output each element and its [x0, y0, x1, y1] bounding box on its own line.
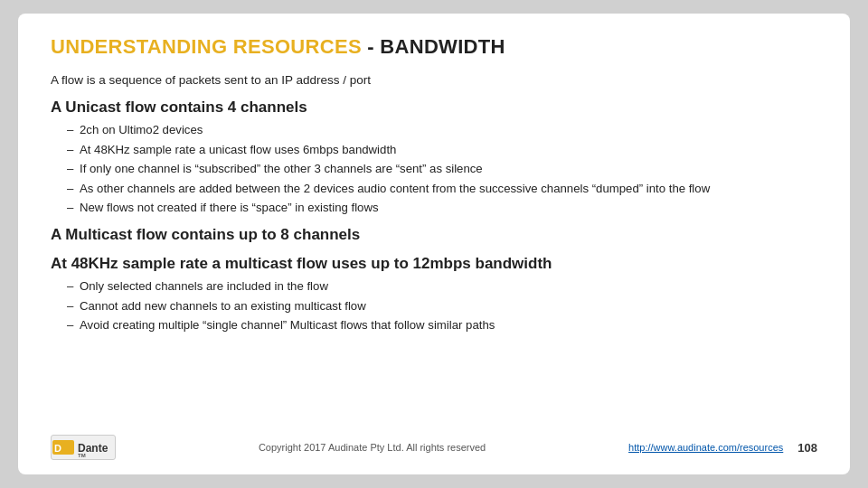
slide-footer: D Dante TM Copyright 2017 Audinate Pty L… [51, 429, 817, 460]
title-separator: - [362, 35, 380, 58]
logo-area: D Dante TM [51, 435, 116, 460]
dante-logo: D Dante TM [51, 435, 116, 460]
list-item: As other channels are added between the … [67, 180, 817, 198]
footer-right: http://www.audinate.com/resources 108 [628, 441, 817, 455]
multicast-bandwidth-heading: At 48KHz sample rate a multicast flow us… [51, 252, 817, 276]
copyright-text: Copyright 2017 Audinate Pty Ltd. All rig… [259, 442, 486, 453]
resources-link[interactable]: http://www.audinate.com/resources [628, 442, 783, 453]
svg-text:TM: TM [78, 453, 86, 458]
unicast-bullets: 2ch on Ultimo2 devices At 48KHz sample r… [67, 121, 817, 217]
multicast-heading: A Multicast flow contains up to 8 channe… [51, 223, 817, 247]
list-item: Avoid creating multiple “single channel”… [67, 316, 817, 334]
title-part2: BANDWIDTH [380, 35, 505, 58]
slide-title: UNDERSTANDING RESOURCES - BANDWIDTH [51, 35, 817, 59]
list-item: At 48KHz sample rate a unicast flow uses… [67, 141, 817, 159]
list-item: If only one channel is “subscribed” the … [67, 160, 817, 178]
list-item: Only selected channels are included in t… [67, 277, 817, 296]
list-item: 2ch on Ultimo2 devices [67, 121, 817, 139]
list-item: New flows not created if there is “space… [67, 199, 817, 217]
list-item: Cannot add new channels to an existing m… [67, 297, 817, 315]
slide-content: A flow is a sequence of packets sent to … [51, 71, 817, 429]
svg-text:D: D [54, 443, 61, 454]
slide: UNDERSTANDING RESOURCES - BANDWIDTH A fl… [18, 14, 850, 474]
page-number: 108 [797, 441, 817, 455]
title-part1: UNDERSTANDING RESOURCES [51, 35, 362, 58]
multicast-bullets: Only selected channels are included in t… [67, 277, 817, 334]
flow-definition: A flow is a sequence of packets sent to … [51, 71, 817, 90]
unicast-heading: A Unicast flow contains 4 channels [51, 96, 817, 119]
